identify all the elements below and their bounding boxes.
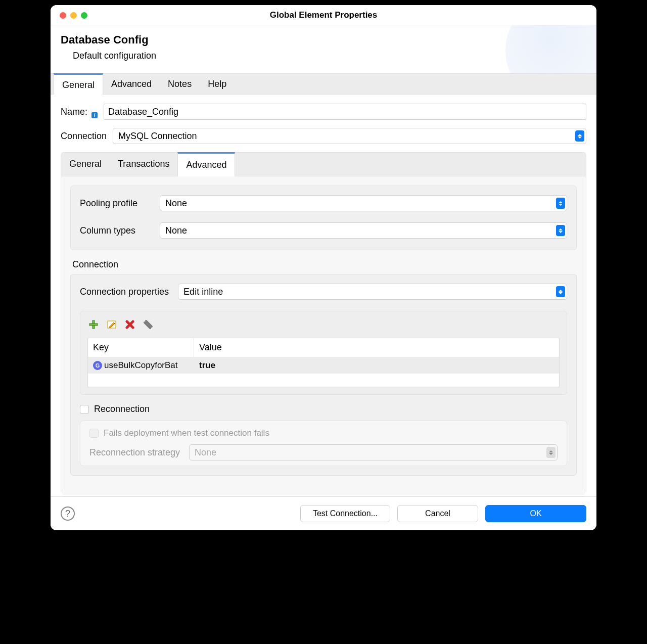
traffic-lights [60, 12, 87, 19]
name-row: Name: i [61, 104, 586, 120]
connection-select[interactable]: MySQL Connection [113, 128, 586, 144]
top-tabs: General Advanced Notes Help [51, 73, 596, 95]
select-handles-icon [556, 225, 565, 236]
column-types-select[interactable]: None [160, 222, 567, 239]
sub-tab-general[interactable]: General [61, 153, 110, 176]
connection-group-title: Connection [72, 259, 577, 270]
connection-label: Connection [61, 131, 107, 142]
pooling-select[interactable]: None [160, 195, 567, 211]
table-spacer [88, 374, 559, 387]
connection-sub-panel: General Transactions Advanced Pooling pr… [61, 152, 586, 494]
conn-props-mode-select[interactable]: Edit inline [178, 284, 567, 300]
select-handles-icon [575, 130, 584, 142]
tab-notes[interactable]: Notes [160, 74, 200, 94]
content-area: Name: i Connection MySQL Connection Gene… [51, 95, 596, 496]
svg-rect-1 [89, 324, 98, 326]
fails-deploy-checkbox [89, 429, 99, 438]
props-table-box: Key Value G useBulkCopyforBat true [80, 311, 567, 395]
window-title: Global Element Properties [51, 10, 596, 20]
name-label: Name: [61, 107, 87, 117]
pooling-value: None [165, 198, 187, 209]
cancel-button[interactable]: Cancel [397, 505, 478, 522]
table-row[interactable]: G useBulkCopyforBat true [88, 357, 559, 374]
minimize-window-button[interactable] [70, 12, 77, 19]
column-types-value: None [165, 225, 187, 236]
connection-row: Connection MySQL Connection [61, 128, 586, 144]
cell-value: true [194, 357, 559, 374]
sub-content: Pooling profile None Column types None [61, 176, 586, 494]
config-title: Database Config [61, 33, 586, 47]
col-header-value[interactable]: Value [194, 338, 559, 357]
edit-property-button[interactable] [106, 318, 118, 331]
reconn-strategy-row: Reconnection strategy None [89, 444, 558, 461]
sub-tab-advanced[interactable]: Advanced [177, 152, 235, 176]
reconnection-box: Fails deployment when test connection fa… [80, 421, 567, 466]
reconn-strategy-value: None [195, 447, 216, 458]
cell-key: G useBulkCopyforBat [88, 357, 194, 374]
sub-tabs: General Transactions Advanced [61, 153, 586, 176]
reconn-strategy-select: None [189, 444, 558, 461]
header-decoration [505, 25, 596, 73]
info-icon: i [91, 112, 98, 118]
pooling-label: Pooling profile [80, 198, 151, 209]
reconnection-row: Reconnection [80, 404, 567, 415]
col-header-key[interactable]: Key [88, 338, 194, 357]
pooling-row: Pooling profile None [80, 195, 567, 211]
select-handles-icon [556, 198, 565, 209]
column-types-label: Column types [80, 225, 151, 236]
add-property-button[interactable] [87, 318, 100, 331]
ok-button[interactable]: OK [485, 505, 586, 522]
close-window-button[interactable] [60, 12, 66, 19]
reconnection-checkbox[interactable] [80, 405, 89, 414]
reconnection-label: Reconnection [94, 404, 150, 415]
conn-props-mode-value: Edit inline [183, 287, 223, 297]
select-handles-icon [556, 286, 565, 297]
fails-deploy-row: Fails deployment when test connection fa… [89, 428, 558, 438]
connection-group-box: Connection properties Edit inline [70, 274, 577, 476]
tab-help[interactable]: Help [200, 74, 235, 94]
profile-box: Pooling profile None Column types None [70, 186, 577, 250]
key-text: useBulkCopyforBat [104, 360, 178, 371]
props-toolbar [87, 318, 560, 331]
titlebar: Global Element Properties [51, 5, 596, 25]
delete-property-button[interactable] [124, 318, 136, 331]
tab-general[interactable]: General [54, 73, 103, 95]
column-types-row: Column types None [80, 222, 567, 239]
dialog-window: Global Element Properties Database Confi… [51, 5, 596, 530]
sub-tab-transactions[interactable]: Transactions [110, 153, 177, 176]
zoom-window-button[interactable] [81, 12, 87, 19]
property-icon: G [93, 361, 102, 370]
tab-advanced[interactable]: Advanced [103, 74, 160, 94]
table-header: Key Value [88, 338, 559, 357]
conn-props-label: Connection properties [80, 287, 169, 297]
tools-property-button[interactable] [142, 318, 154, 331]
name-input[interactable] [104, 104, 586, 120]
config-subtitle: Default configuration [73, 51, 586, 61]
conn-props-row: Connection properties Edit inline [80, 284, 567, 300]
test-connection-button[interactable]: Test Connection... [300, 505, 390, 522]
header-region: Database Config Default configuration [51, 25, 596, 73]
connection-value: MySQL Connection [118, 131, 197, 142]
dialog-footer: ? Test Connection... Cancel OK [51, 496, 596, 530]
select-handles-icon [546, 447, 556, 458]
help-icon[interactable]: ? [61, 507, 75, 521]
reconn-strategy-label: Reconnection strategy [89, 447, 180, 458]
fails-deploy-label: Fails deployment when test connection fa… [104, 428, 269, 438]
props-table: Key Value G useBulkCopyforBat true [87, 338, 560, 387]
